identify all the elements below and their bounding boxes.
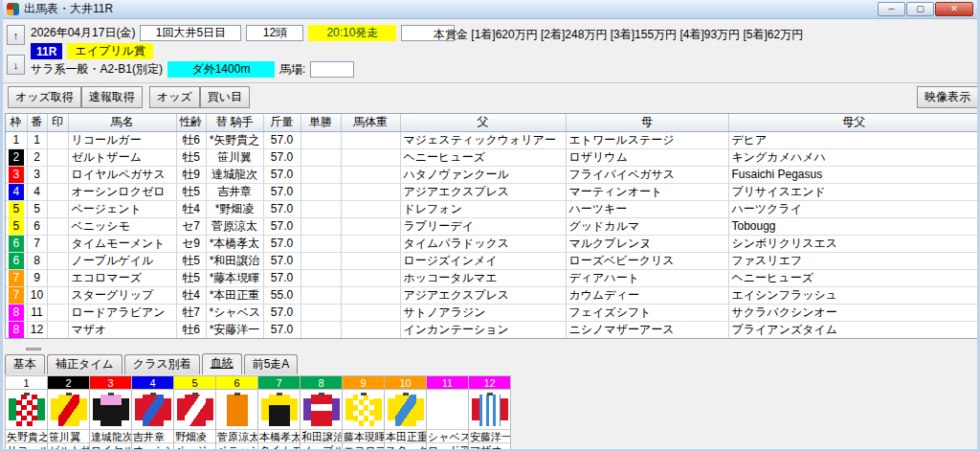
table-row[interactable]: 67タイムモーメントセ9*本橋孝太57.0タイムパラドックスマルクブレンヌシンボ…: [6, 235, 980, 252]
cell-body_weight: [341, 131, 400, 148]
cell-frame: 4: [6, 183, 27, 200]
column-header-3[interactable]: 馬名: [68, 114, 176, 131]
column-header-4[interactable]: 性齢: [176, 114, 206, 131]
flash-fetch-button[interactable]: 速報取得: [81, 86, 143, 108]
view-tabs: 基本補正タイムクラス別着血統前5走A: [5, 357, 298, 374]
column-header-11[interactable]: 母父: [728, 114, 980, 131]
cell-name: オーシンロクゼロ: [68, 183, 176, 200]
cell-num: 12: [27, 321, 47, 338]
tab-血統[interactable]: 血統: [202, 353, 242, 374]
cell-num: 7: [27, 235, 47, 252]
close-button[interactable]: ✕: [935, 2, 973, 16]
table-row[interactable]: 55ページェント牡4*野畑凌57.0ドレフォンハーツキーハーツクライ: [6, 200, 980, 217]
column-header-9[interactable]: 父: [400, 114, 566, 131]
jockey-silk-icon: [216, 390, 257, 430]
track-condition-field[interactable]: [310, 61, 354, 78]
cell-frame: 6: [6, 252, 27, 269]
column-header-5[interactable]: 替 騎手: [206, 114, 263, 131]
cell-dam_sire: シンボリクリスエス: [728, 235, 980, 252]
splitter-handle[interactable]: [26, 348, 41, 350]
column-header-0[interactable]: 枠: [6, 114, 27, 131]
silk-jockey-name: 吉井章: [132, 430, 173, 443]
tab-基本[interactable]: 基本: [5, 354, 45, 374]
cell-frame: 6: [6, 235, 27, 252]
table-row[interactable]: 68ノーブルゲイル牡5*和田譲治57.0ロージズインメイローズベビークリスファス…: [6, 252, 980, 269]
cell-sex_age: セ7: [176, 217, 206, 235]
column-header-2[interactable]: 印: [47, 114, 68, 131]
bet-picks-button[interactable]: 買い目: [200, 86, 250, 108]
cell-sex_age: 牡9: [176, 166, 206, 183]
table-row[interactable]: 11リコールガー牡6*矢野貴之57.0マジェスティックウォリアーエトワールステー…: [6, 131, 980, 148]
cell-dam_sire: デヒア: [728, 131, 980, 148]
cell-sex_age: 牡5: [176, 252, 206, 269]
cell-num: 10: [27, 286, 47, 304]
table-row[interactable]: 811ロードアラビアン牡7*シャベス57.0サトノアラジンフェイズシフトサクラバ…: [6, 304, 980, 321]
silks-panel: 1矢野貴之リコールガー2笹川翼ゼルトザーム3達城龍次ロイヤルペガサス4吉井章オー…: [5, 375, 511, 452]
cell-dam: カウムディー: [566, 286, 728, 304]
silk-horse-name: ベニッシモ: [216, 443, 257, 452]
tab-補正タイム[interactable]: 補正タイム: [47, 354, 122, 374]
silk-jockey-name: シャベス: [427, 430, 468, 443]
cell-name: エコロマーズ: [68, 269, 176, 286]
next-race-button[interactable]: ↓: [7, 55, 25, 75]
odds-fetch-button[interactable]: オッズ取得: [8, 86, 81, 108]
cell-sire: サトノアラジン: [400, 304, 566, 321]
cell-dam: ニシノマザーアース: [566, 321, 728, 338]
cell-body_weight: [341, 183, 400, 200]
cell-mark: [47, 200, 68, 217]
cell-num: 2: [27, 148, 47, 166]
column-header-8[interactable]: 馬体重: [341, 114, 400, 131]
column-header-10[interactable]: 母: [566, 114, 728, 131]
jockey-silk-icon: [90, 390, 131, 430]
cell-name: ベニッシモ: [68, 217, 176, 235]
table-row[interactable]: 812マザオ牡6*安藤洋一57.0インカンテーションニシノマザーアースブライアン…: [6, 321, 980, 338]
table-row[interactable]: 22ゼルトザーム牡5笹川翼57.0ヘニーヒューズロザリウムキングカメハメハ: [6, 148, 980, 166]
odds-button[interactable]: オッズ: [149, 86, 200, 108]
cell-name: スターグリップ: [68, 286, 176, 304]
silk-jockey-name: 達城龍次: [90, 430, 131, 443]
cell-odds: [301, 321, 341, 338]
silk-number: 4: [132, 376, 173, 390]
cell-dam_sire: ブライアンズタイム: [728, 321, 980, 338]
silk-horse-name: スターグリップ: [385, 443, 426, 452]
cell-weight: 57.0: [263, 304, 301, 321]
cell-weight: 57.0: [263, 321, 301, 338]
table-row[interactable]: 33ロイヤルペガサス牡9達城龍次57.0ハタノヴァンクールフライバイペガサスFu…: [6, 166, 980, 183]
cell-body_weight: [341, 321, 400, 338]
silk-cell: 6菅原涼太ベニッシモ: [216, 376, 258, 452]
cell-weight: 57.0: [263, 131, 301, 148]
cell-body_weight: [341, 286, 400, 304]
table-row[interactable]: 710スターグリップ牡4*本田正重55.0アジアエクスプレスカウムディーエイシン…: [6, 286, 980, 304]
video-display-button[interactable]: 映像表示: [917, 86, 978, 108]
jockey-silk-icon: [469, 390, 510, 430]
silk-jockey-name: 矢野貴之: [6, 430, 47, 443]
column-header-7[interactable]: 単勝: [301, 114, 341, 131]
silk-horse-name: タイムモーメント: [258, 443, 300, 452]
table-row[interactable]: 79エコロマーズ牡5*藤本現暉57.0ホッコータルマエディアハートヘニーヒューズ: [6, 269, 980, 286]
jockey-silk-icon: [174, 390, 215, 430]
maximize-button[interactable]: ▢: [906, 2, 934, 16]
tab-前5走A[interactable]: 前5走A: [244, 354, 299, 374]
window-title: 出馬表・大井11R: [24, 1, 113, 17]
column-header-6[interactable]: 斤量: [263, 114, 301, 131]
tab-クラス別着[interactable]: クラス別着: [124, 354, 200, 374]
cell-num: 4: [27, 183, 47, 200]
cell-sex_age: 牡5: [176, 148, 206, 166]
cell-jockey: *和田譲治: [206, 252, 263, 269]
cell-odds: [301, 166, 341, 183]
minimize-button[interactable]: ─: [878, 2, 905, 16]
silk-jockey-name: 和田譲治: [301, 430, 342, 443]
cell-sex_age: 牡5: [176, 183, 206, 200]
table-row[interactable]: 44オーシンロクゼロ牡5吉井章57.0アジアエクスプレスマーティンオートプリサイ…: [6, 183, 980, 200]
cell-dam_sire: ファスリエフ: [728, 252, 980, 269]
table-row[interactable]: 56ベニッシモセ7菅原涼太57.0ラブリーデイグッドカルマTobougg: [6, 217, 980, 235]
silk-horse-name: オーシンロクゼロ: [132, 443, 173, 452]
cell-mark: [47, 235, 68, 252]
table-header-row: 枠番印馬名性齢替 騎手斤量単勝馬体重父母母父: [6, 114, 980, 131]
jockey-silk-icon: [385, 390, 426, 430]
silk-jockey-name: 本田正重: [385, 430, 426, 443]
prev-race-button[interactable]: ↑: [7, 25, 25, 45]
cell-frame: 7: [6, 269, 27, 286]
column-header-1[interactable]: 番: [27, 114, 47, 131]
cell-sire: アジアエクスプレス: [400, 286, 566, 304]
